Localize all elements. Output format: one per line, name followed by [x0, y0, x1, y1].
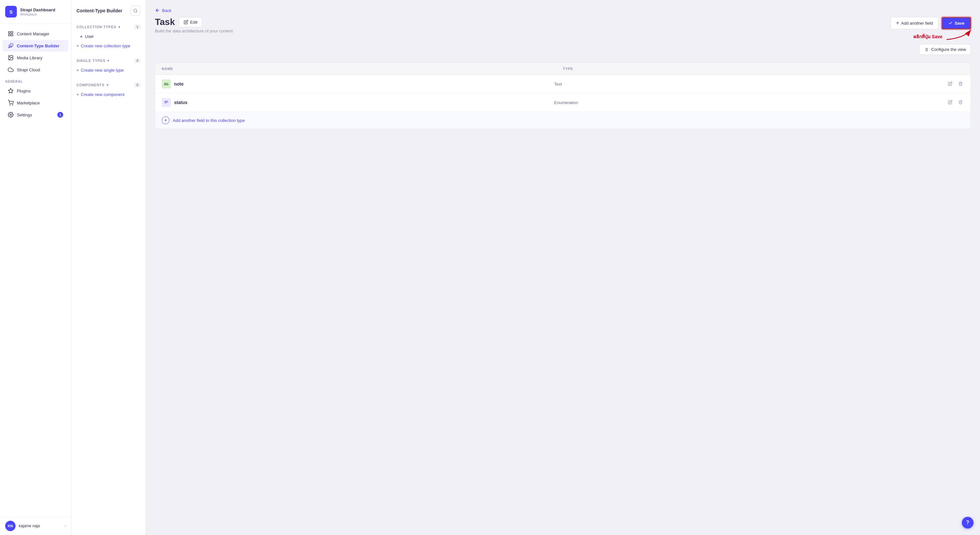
edit-row-button[interactable]	[947, 80, 954, 88]
row-actions	[947, 80, 964, 88]
ctb-item-user[interactable]: User	[71, 32, 145, 41]
sidebar-item-content-manager[interactable]: Content Manager	[3, 28, 68, 40]
delete-row-button[interactable]	[957, 80, 964, 88]
page-header-right: + Add another field Save คลิกที่ปุ่ม Sav…	[891, 17, 971, 55]
sidebar-item-label: Plugins	[17, 89, 31, 93]
add-field-to-collection-button[interactable]: + Add another field to this collection t…	[155, 112, 970, 129]
single-types-chevron: ▾	[107, 59, 110, 63]
row-actions	[947, 99, 964, 107]
main-content: Back Task Edit Build the data architectu…	[146, 0, 980, 535]
single-types-header[interactable]: SINGLE TYPES ▾ 0	[71, 56, 145, 65]
sidebar-item-media-library[interactable]: Media Library	[3, 52, 68, 64]
help-button[interactable]: ?	[962, 517, 974, 529]
sidebar-item-plugins[interactable]: Plugins	[3, 85, 68, 97]
collection-types-chevron: ▾	[118, 25, 121, 29]
field-icon-ab: Ab	[162, 80, 171, 89]
plus-icon: +	[76, 43, 79, 48]
collapse-sidebar-icon[interactable]: ‹	[65, 524, 66, 528]
components-count: 0	[135, 83, 140, 87]
svg-point-11	[134, 9, 137, 12]
ctb-panel-title: Content-Type Builder	[76, 8, 122, 14]
collection-types-section: COLLECTION TYPES ▾ 1 User + Create new c…	[71, 19, 145, 53]
collection-types-label: COLLECTION TYPES ▾	[76, 25, 121, 29]
sidebar-item-label: Strapi Cloud	[17, 67, 40, 72]
svg-point-10	[10, 114, 12, 116]
add-field-button[interactable]: + Add another field	[891, 17, 939, 29]
plus-icon: +	[896, 20, 899, 26]
annotation-text: คลิกที่ปุ่ม Save	[913, 33, 942, 40]
svg-line-12	[137, 12, 137, 13]
components-header[interactable]: COMPONENTS ▾ 0	[71, 80, 145, 90]
sidebar-nav: Content Manager Content-Type Builder Med…	[0, 24, 71, 516]
field-type: Text	[554, 82, 947, 87]
ctb-panel: Content-Type Builder COLLECTION TYPES ▾ …	[71, 0, 146, 535]
single-types-count: 0	[135, 58, 140, 63]
edit-button[interactable]: Edit	[179, 17, 202, 27]
collection-types-count: 1	[135, 25, 140, 29]
dot-icon	[80, 36, 82, 38]
brand: S Strapi Dashboard Workplace	[0, 0, 71, 24]
page-title: Task	[155, 17, 175, 27]
sidebar-item-label: Content-Type Builder	[17, 43, 59, 48]
collection-types-header[interactable]: COLLECTION TYPES ▾ 1	[71, 22, 145, 32]
fields-table: NAME TYPE Ab note Text	[155, 62, 971, 129]
create-collection-type-button[interactable]: + Create new collection type	[71, 41, 145, 51]
configure-view-button[interactable]: Configure the view	[919, 44, 971, 55]
avatar: KN	[5, 521, 16, 531]
back-link[interactable]: Back	[155, 8, 971, 13]
configure-btn-container: Configure the view	[919, 44, 971, 55]
field-icon-enum	[162, 98, 171, 107]
table-header: NAME TYPE	[155, 63, 970, 75]
brand-icon: S	[5, 6, 17, 18]
edit-row-button[interactable]	[947, 99, 954, 107]
sidebar-item-settings[interactable]: Settings 1	[3, 109, 68, 121]
single-types-section: SINGLE TYPES ▾ 0 + Create new single typ…	[71, 53, 145, 78]
sidebar-item-label: Media Library	[17, 56, 43, 60]
page-title-row: Task Edit	[155, 17, 233, 27]
sidebar-item-label: Settings	[17, 113, 32, 117]
create-single-type-button[interactable]: + Create new single type	[71, 65, 145, 75]
col-type-header: TYPE	[563, 67, 964, 71]
ctb-search-button[interactable]	[130, 6, 140, 16]
sidebar-item-label: Marketplace	[17, 100, 40, 105]
svg-rect-0	[8, 32, 10, 33]
brand-text: Strapi Dashboard Workplace	[20, 8, 55, 16]
delete-row-button[interactable]	[957, 99, 964, 107]
plus-icon: +	[76, 92, 79, 97]
table-row: Ab note Text	[155, 75, 970, 93]
add-field-row-label: Add another field to this collection typ…	[173, 118, 245, 123]
sidebar-item-marketplace[interactable]: Marketplace	[3, 97, 68, 108]
gear-icon	[8, 112, 14, 118]
plus-circle-icon: +	[162, 116, 170, 124]
field-name-cell: status	[162, 98, 554, 107]
svg-point-8	[10, 105, 10, 105]
page-header-left: Task Edit Build the data architecture of…	[155, 17, 233, 33]
svg-point-9	[12, 105, 13, 105]
field-name: status	[174, 100, 187, 105]
brand-subtitle: Workplace	[20, 12, 55, 16]
sidebar: S Strapi Dashboard Workplace Content Man…	[0, 0, 71, 535]
annotation-arrow	[945, 27, 974, 43]
plus-icon: +	[76, 68, 79, 73]
sidebar-item-content-type-builder[interactable]: Content-Type Builder	[3, 40, 68, 51]
svg-rect-3	[11, 34, 13, 36]
svg-rect-2	[8, 34, 10, 36]
image-icon	[8, 55, 14, 61]
settings-badge: 1	[57, 112, 63, 118]
grid-icon	[8, 31, 14, 37]
cloud-icon	[8, 67, 14, 73]
components-label: COMPONENTS ▾	[76, 83, 108, 87]
single-types-label: SINGLE TYPES ▾	[76, 59, 110, 63]
page-subtitle: Build the data architecture of your cont…	[155, 29, 233, 33]
sidebar-item-strapi-cloud[interactable]: Strapi Cloud	[3, 64, 68, 76]
svg-point-7	[10, 56, 10, 57]
plugin-icon	[8, 88, 14, 94]
svg-rect-1	[11, 32, 13, 33]
footer-username: kajame naja	[19, 524, 61, 528]
sidebar-footer: KN kajame naja ‹	[0, 516, 71, 535]
annotation: คลิกที่ปุ่ม Save	[913, 33, 945, 40]
brand-name: Strapi Dashboard	[20, 8, 55, 12]
field-type: Enumeration	[554, 100, 947, 105]
create-component-button[interactable]: + Create new component	[71, 90, 145, 99]
components-chevron: ▾	[107, 83, 109, 87]
